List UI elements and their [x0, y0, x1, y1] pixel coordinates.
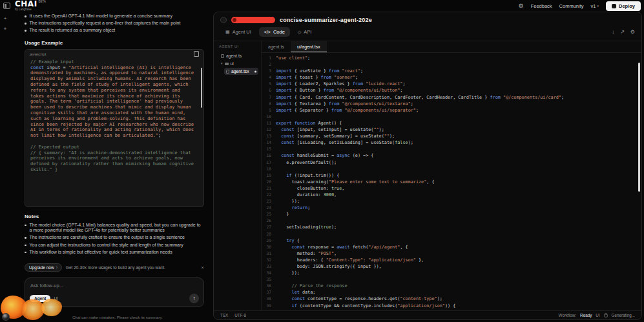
topbar: CHAI BETA by Langbase ⚙ Feedback Communi…	[0, 0, 644, 12]
pan-tool-icon[interactable]: ⌖	[4, 26, 7, 32]
tab-code[interactable]: </> Code	[259, 27, 290, 37]
community-link[interactable]: Community	[559, 3, 584, 9]
bullet-dot	[25, 245, 26, 247]
feedback-link[interactable]: Feedback	[531, 3, 552, 9]
editor-code-line: 9import { Separator } from "@/components…	[262, 107, 641, 114]
editor-code-line: 34 });	[262, 270, 641, 276]
editor-tab-agent-ts[interactable]: agent.ts	[262, 41, 291, 52]
code-text: return;	[276, 205, 310, 211]
file-agent-ts-label: agent.ts	[226, 54, 242, 58]
upgrade-now-button[interactable]: Upgrade now ›	[25, 263, 62, 272]
close-icon[interactable]: ×	[201, 265, 204, 270]
sidebar-toggle-icon[interactable]	[3, 3, 10, 9]
code-text	[276, 61, 278, 68]
file-agent-ts[interactable]: agent.ts	[219, 52, 258, 59]
user-avatar[interactable]	[2, 313, 10, 321]
line-number: 35	[262, 276, 276, 283]
editor-code-line: 35	[262, 276, 641, 283]
editor-tab-ui-agent-tsx[interactable]: ui/agent.tsx	[291, 41, 327, 52]
file-tree-header: AGENT UI	[219, 45, 258, 48]
line-number: 21	[262, 185, 276, 192]
agent-color-badge	[231, 17, 275, 23]
ui-mode-label[interactable]: UI	[54, 296, 58, 301]
code-block-scrollbar[interactable]	[201, 68, 202, 108]
bullet-item: The instructions specifically request a …	[25, 21, 204, 26]
bullet-dot	[25, 237, 26, 239]
agent-avatar	[220, 17, 227, 23]
code-text	[276, 146, 278, 152]
code-text: if (!input.trim()) {	[276, 172, 339, 179]
editor-code-line: 26	[262, 217, 641, 224]
editor-settings-icon[interactable]: ⚙	[630, 29, 635, 35]
editor-code-line: 37 let data;	[262, 289, 641, 296]
editor-code-line: 29 try {	[262, 237, 641, 244]
topbar-actions: ⚙ Feedback Community v1 ▾ Deploy	[519, 1, 641, 11]
editor-code-line: 12 const [input, setInput] = useState(""…	[262, 126, 641, 133]
deploy-logo-icon	[612, 4, 616, 8]
send-button[interactable]: ↑	[189, 294, 199, 303]
bullet-text: The model choice (GPT-4.1 Mini) balances…	[30, 223, 205, 234]
editor-code-line: 13 const [summary, setSummary] = useStat…	[262, 133, 641, 139]
upgrade-now-label: Upgrade now	[29, 265, 54, 270]
intro-bullets: It uses the OpenAI GPT-4.1 Mini model to…	[25, 14, 204, 34]
line-number: 26	[262, 217, 276, 224]
code-text: e.preventDefault();	[276, 159, 337, 166]
example-code: // Example inputconst input = "Artificia…	[25, 58, 203, 177]
brand[interactable]: CHAI BETA by Langbase	[15, 0, 46, 12]
agent-title: concise-summarizer-agent-202e	[280, 17, 372, 23]
editor-code-line: 19 if (!input.trim()) {	[262, 172, 641, 179]
editor-code-line: 5import { Loader2, Sparkles } from "luci…	[262, 81, 641, 87]
chat-input[interactable]: Ask follow-up... Agent UI ↑	[25, 277, 204, 307]
chevron-down-icon: ▾	[597, 4, 599, 8]
editor-code-line: 23 });	[262, 198, 641, 205]
tab-api-label: API	[304, 29, 311, 35]
line-number: 11	[262, 120, 276, 126]
tab-agent-ui[interactable]: ▦ Agent UI	[220, 27, 256, 37]
bullet-item: You can adjust the instructions to contr…	[25, 243, 204, 248]
tab-api[interactable]: ◇ API	[293, 27, 317, 37]
code-text: import { Card, CardContent, CardDescript…	[276, 94, 564, 101]
line-number: 6	[262, 87, 276, 94]
code-text: headers: { "Content-Type": "application/…	[276, 257, 424, 263]
left-toolbar: + ⌖	[0, 12, 10, 322]
beta-badge: BETA	[39, 1, 46, 4]
code-text: // Parse the response	[276, 283, 348, 289]
file-icon	[226, 70, 229, 74]
editor-code-line: 17 e.preventDefault();	[262, 159, 641, 166]
add-icon[interactable]: +	[4, 16, 7, 21]
notes-list: The model choice (GPT-4.1 Mini) balances…	[25, 223, 204, 255]
app-logo: CHAI	[15, 0, 37, 8]
line-number: 18	[262, 166, 276, 172]
settings-icon[interactable]: ⚙	[519, 3, 524, 9]
editor-code[interactable]: 1"use client";2 3import { useState } fro…	[262, 53, 641, 310]
chat-placeholder: Ask follow-up...	[30, 283, 198, 288]
editor-code-line: 21 closeButton: true,	[262, 185, 641, 192]
code-text: const [summary, setSummary] = useState("…	[276, 133, 395, 139]
editor-code-line: 25 }	[262, 211, 641, 217]
line-number: 28	[262, 231, 276, 237]
generating-label: Generating...	[612, 313, 635, 317]
workspace-header: concise-summarizer-agent-202e	[214, 12, 641, 26]
line-number: 22	[262, 192, 276, 198]
bullet-item: The result is returned as a summary obje…	[25, 28, 204, 34]
bullet-item: The instructions are carefully crafted t…	[25, 235, 204, 241]
bullet-item: This workflow is simple but effective fo…	[25, 250, 204, 256]
download-icon[interactable]: ↓	[612, 29, 614, 35]
file-agent-tsx[interactable]: agent.tsx	[224, 68, 258, 75]
editor-scrollbar[interactable]	[638, 63, 640, 192]
ui-status-label: UI	[596, 313, 599, 317]
folder-ui[interactable]: ▾ ui	[219, 60, 258, 67]
version-selector[interactable]: v1 ▾	[591, 3, 599, 9]
code-line	[30, 139, 196, 145]
copy-code-icon[interactable]	[195, 52, 199, 57]
line-number: 16	[262, 152, 276, 159]
bullet-text: This workflow is simple but effective fo…	[30, 250, 172, 256]
deploy-button[interactable]: Deploy	[606, 1, 641, 11]
share-icon[interactable]: ↗	[620, 29, 625, 35]
code-text: try {	[276, 237, 300, 244]
code-line: // Example input	[30, 59, 196, 65]
agent-mode-chip[interactable]: Agent	[30, 295, 50, 302]
code-text	[276, 114, 278, 120]
code-text: const [input, setInput] = useState("");	[276, 126, 384, 133]
workflow-state: Ready	[580, 313, 592, 317]
